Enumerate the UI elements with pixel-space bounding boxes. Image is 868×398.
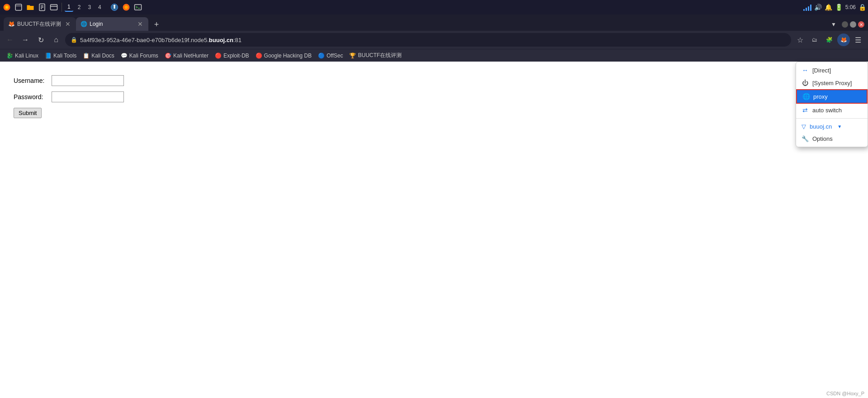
svg-point-12 [124, 5, 128, 9]
direct-icon: ↔ [802, 67, 809, 74]
username-input[interactable] [52, 75, 124, 86]
refresh-button[interactable]: ↻ [34, 34, 47, 46]
tab-search-button[interactable]: ▼ [827, 18, 840, 31]
login-form: Username: Password: Submit [9, 71, 859, 128]
bookmark-nethunter[interactable]: 🎯 Kali NetHunter [162, 52, 211, 60]
workspace-2[interactable]: 2 [75, 3, 84, 11]
proxy-autoswitch-item[interactable]: ⇄ auto switch [796, 104, 868, 116]
close-browser-button[interactable]: ✕ [858, 21, 864, 28]
extensions-button[interactable]: 🧩 [823, 34, 835, 46]
buuoj-chevron: ▼ [837, 124, 842, 129]
speaker-icon[interactable]: 🔊 [814, 4, 822, 11]
proxy-label: proxy [813, 93, 828, 100]
taskbar: 1 2 3 4 🔊 🔔 🔋 5:06 🔒 [0, 0, 868, 14]
bookmark-label-kalidocs: Kali Docs [91, 53, 114, 59]
notification-icon[interactable]: 🔔 [825, 4, 832, 11]
options-wrench-icon: 🔧 [802, 135, 809, 142]
options-label: Options [812, 135, 833, 142]
bookmark-label-exploitdb: Exploit-DB [223, 53, 249, 59]
tab-close-login[interactable]: ✕ [137, 20, 144, 28]
bookmark-star-button[interactable]: ☆ [794, 34, 806, 46]
tab-login[interactable]: 🌐 Login ✕ [76, 17, 148, 31]
bookmark-buuctf[interactable]: 🏆 BUUCTF在线评测 [346, 51, 404, 60]
bookmark-label-nethunter: Kali NetHunter [173, 53, 209, 59]
system-proxy-icon: ⏻ [802, 79, 809, 86]
proxy-system-item[interactable]: ⏻ [System Proxy] [796, 77, 868, 89]
firefox2-taskbar-icon[interactable] [121, 2, 131, 12]
buuoj-filter-item[interactable]: ▽ buuoj.cn ▼ [796, 120, 868, 133]
proxy-proxy-item[interactable]: 🌐 proxy [796, 89, 868, 104]
username-label: Username: [14, 77, 50, 84]
address-bar-right: ☆ 🗂 🧩 🦊 ☰ [794, 34, 864, 46]
filter-icon: ▽ [802, 123, 806, 130]
tab-buuctf[interactable]: 🦊 BUUCTF在线评测 ✕ [4, 17, 76, 31]
tab-bar: 🦊 BUUCTF在线评测 ✕ 🌐 Login ✕ + ▼ ✕ [0, 14, 868, 31]
bookmark-exploitdb[interactable]: 🔴 Exploit-DB [212, 52, 252, 60]
bookmark-kali-docs[interactable]: 📋 Kali Docs [80, 52, 117, 60]
bookmark-favicon-exploitdb: 🔴 [215, 53, 222, 59]
system-proxy-label: [System Proxy] [812, 80, 852, 86]
dropdown-separator [796, 118, 868, 119]
folder-taskbar-icon[interactable] [25, 2, 35, 12]
container-icon[interactable]: 🗂 [808, 34, 821, 46]
bookmark-favicon-kalitools: 📘 [45, 53, 52, 59]
buuoj-label: buuoj.cn [810, 123, 832, 130]
url-text: 5a4f93e3-952a-46e7-bae0-e70b7b6de19f.nod… [80, 37, 786, 43]
bookmark-favicon-buuctf: 🏆 [349, 53, 356, 59]
password-input[interactable] [52, 91, 124, 102]
url-domain: buuoj.cn [209, 37, 233, 43]
bookmark-kali-forums[interactable]: 💬 Kali Forums [118, 52, 161, 60]
bookmark-offsec[interactable]: 🔵 OffSec [315, 52, 346, 60]
workspace-4[interactable]: 4 [95, 3, 104, 11]
bookmark-kali-tools[interactable]: 📘 Kali Tools [42, 52, 79, 60]
back-button[interactable]: ← [4, 34, 16, 46]
bookmark-label-kali: Kali Linux [15, 53, 38, 59]
browser-preview-icon[interactable] [49, 2, 59, 12]
svg-rect-3 [15, 4, 22, 10]
workspace-1[interactable]: 1 [65, 3, 73, 12]
submit-row: Submit [14, 108, 854, 118]
menu-button[interactable]: ☰ [852, 34, 864, 46]
security-lock-icon: 🔒 [71, 37, 77, 43]
firefox-taskbar-icon[interactable] [2, 2, 12, 12]
username-row: Username: [14, 75, 854, 86]
url-bar[interactable]: 🔒 5a4f93e3-952a-46e7-bae0-e70b7b6de19f.n… [65, 33, 791, 47]
tab-favicon-buuctf: 🦊 [8, 21, 14, 27]
tab-label-buuctf: BUUCTF在线评测 [17, 20, 62, 28]
autoswitch-label: auto switch [812, 107, 842, 114]
terminal-taskbar-icon[interactable] [133, 2, 143, 12]
bookmark-favicon-ghdb: 🔴 [256, 53, 262, 59]
bookmark-kali-linux[interactable]: 🐉 Kali Linux [4, 52, 41, 60]
page-content: Username: Password: Submit ↔ [Direct] ⏻ … [0, 62, 868, 398]
svg-point-2 [6, 6, 8, 9]
lock-icon[interactable]: 🔒 [859, 4, 866, 11]
proxy-options-item[interactable]: 🔧 Options [796, 133, 868, 145]
bookmark-favicon-kaliforums: 💬 [121, 53, 128, 59]
files-taskbar-icon[interactable] [14, 2, 24, 12]
proxy-dropdown: ↔ [Direct] ⏻ [System Proxy] 🌐 proxy ⇄ au… [796, 62, 868, 147]
text-editor-icon[interactable] [37, 2, 47, 12]
tab-favicon-login: 🌐 [81, 21, 87, 27]
forward-button[interactable]: → [19, 34, 32, 46]
taskbar-right: 🔊 🔔 🔋 5:06 🔒 [803, 4, 866, 11]
bookmark-label-ghdb: Google Hacking DB [264, 53, 312, 59]
bookmark-ghdb[interactable]: 🔴 Google Hacking DB [253, 52, 314, 60]
foxyproxy-button[interactable]: 🦊 [837, 34, 850, 46]
password-label: Password: [14, 93, 50, 101]
taskbar-divider [62, 3, 62, 12]
maximize-button[interactable] [850, 21, 856, 28]
kali-taskbar-icon[interactable] [109, 2, 119, 12]
tab-label-login: Login [90, 21, 134, 27]
battery-icon[interactable]: 🔋 [835, 4, 843, 11]
submit-button[interactable]: Submit [14, 108, 42, 118]
svg-rect-8 [51, 5, 57, 10]
new-tab-button[interactable]: + [150, 18, 163, 31]
minimize-button[interactable] [842, 21, 848, 28]
browser-chrome: 🦊 BUUCTF在线评测 ✕ 🌐 Login ✕ + ▼ ✕ ← → ↻ ⌂ 🔒… [0, 14, 868, 62]
tab-close-buuctf[interactable]: ✕ [64, 20, 71, 28]
password-row: Password: [14, 91, 854, 102]
workspace-3[interactable]: 3 [85, 3, 94, 11]
home-button[interactable]: ⌂ [50, 34, 62, 46]
proxy-direct-item[interactable]: ↔ [Direct] [796, 64, 868, 77]
bookmark-favicon-kalidocs: 📋 [83, 53, 90, 59]
